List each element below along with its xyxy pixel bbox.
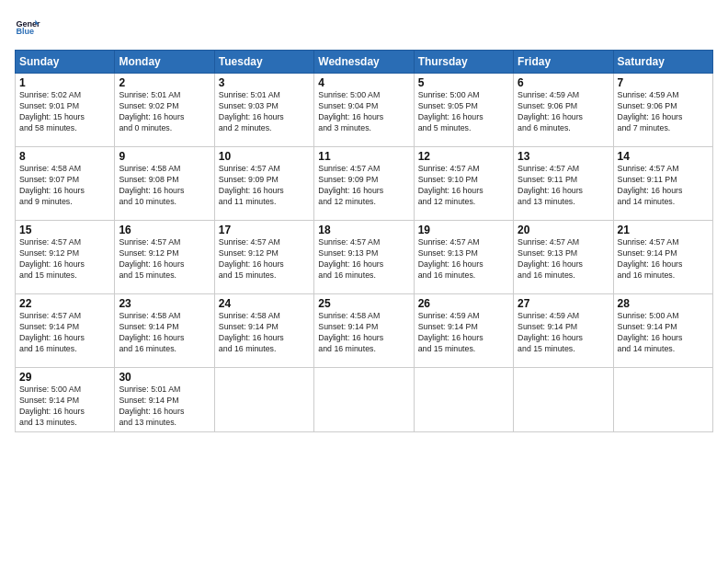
cell-day-number: 6 [518, 76, 609, 89]
cell-day-info: Sunrise: 5:00 AM Sunset: 9:14 PM Dayligh… [19, 385, 110, 429]
calendar-cell: 21Sunrise: 4:57 AM Sunset: 9:14 PM Dayli… [613, 221, 712, 294]
cell-day-info: Sunrise: 5:00 AM Sunset: 9:05 PM Dayligh… [418, 90, 509, 134]
calendar-cell: 7Sunrise: 4:59 AM Sunset: 9:06 PM Daylig… [613, 74, 712, 147]
cell-day-number: 18 [318, 224, 409, 236]
cell-day-number: 5 [418, 76, 509, 89]
cell-day-info: Sunrise: 4:58 AM Sunset: 9:07 PM Dayligh… [19, 164, 110, 208]
calendar-cell: 18Sunrise: 4:57 AM Sunset: 9:13 PM Dayli… [314, 221, 414, 294]
cell-day-number: 29 [19, 371, 110, 384]
cell-day-info: Sunrise: 5:01 AM Sunset: 9:02 PM Dayligh… [119, 90, 210, 134]
calendar-cell: 10Sunrise: 4:57 AM Sunset: 9:09 PM Dayli… [214, 147, 313, 221]
cell-day-number: 7 [618, 76, 709, 89]
cell-day-number: 17 [219, 224, 310, 236]
cell-day-number: 9 [119, 150, 210, 163]
calendar-cell: 5Sunrise: 5:00 AM Sunset: 9:05 PM Daylig… [414, 74, 513, 147]
cell-day-number: 4 [318, 76, 409, 89]
cell-day-info: Sunrise: 4:59 AM Sunset: 9:06 PM Dayligh… [518, 90, 609, 134]
calendar-cell [314, 368, 414, 432]
calendar-cell: 24Sunrise: 4:58 AM Sunset: 9:14 PM Dayli… [214, 294, 313, 368]
cell-day-number: 16 [119, 224, 210, 236]
calendar-cell: 8Sunrise: 4:58 AM Sunset: 9:07 PM Daylig… [16, 147, 115, 221]
weekday-header: Thursday [414, 51, 513, 74]
cell-day-info: Sunrise: 4:57 AM Sunset: 9:12 PM Dayligh… [19, 237, 110, 282]
cell-day-number: 12 [418, 150, 509, 163]
calendar-cell: 27Sunrise: 4:59 AM Sunset: 9:14 PM Dayli… [514, 294, 613, 368]
cell-day-info: Sunrise: 4:59 AM Sunset: 9:14 PM Dayligh… [518, 311, 609, 355]
cell-day-info: Sunrise: 4:57 AM Sunset: 9:11 PM Dayligh… [518, 164, 609, 208]
calendar-cell: 16Sunrise: 4:57 AM Sunset: 9:12 PM Dayli… [115, 221, 214, 294]
cell-day-number: 28 [618, 297, 709, 310]
cell-day-info: Sunrise: 4:57 AM Sunset: 9:13 PM Dayligh… [518, 237, 609, 282]
cell-day-info: Sunrise: 5:00 AM Sunset: 9:04 PM Dayligh… [318, 90, 409, 134]
calendar-cell: 3Sunrise: 5:01 AM Sunset: 9:03 PM Daylig… [214, 74, 313, 147]
calendar-cell: 26Sunrise: 4:59 AM Sunset: 9:14 PM Dayli… [414, 294, 513, 368]
cell-day-info: Sunrise: 4:58 AM Sunset: 9:14 PM Dayligh… [119, 311, 210, 355]
cell-day-info: Sunrise: 4:57 AM Sunset: 9:09 PM Dayligh… [219, 164, 310, 208]
weekday-header: Tuesday [214, 51, 313, 74]
cell-day-number: 21 [618, 224, 709, 236]
weekday-header: Wednesday [314, 51, 414, 74]
cell-day-info: Sunrise: 4:59 AM Sunset: 9:14 PM Dayligh… [418, 311, 509, 355]
calendar-cell [613, 368, 712, 432]
weekday-header: Monday [115, 51, 214, 74]
cell-day-number: 3 [219, 76, 310, 89]
calendar-cell: 2Sunrise: 5:01 AM Sunset: 9:02 PM Daylig… [115, 74, 214, 147]
calendar-cell: 28Sunrise: 5:00 AM Sunset: 9:14 PM Dayli… [613, 294, 712, 368]
cell-day-info: Sunrise: 4:57 AM Sunset: 9:11 PM Dayligh… [618, 164, 709, 208]
cell-day-number: 1 [19, 76, 110, 89]
cell-day-info: Sunrise: 4:57 AM Sunset: 9:12 PM Dayligh… [219, 237, 310, 282]
cell-day-info: Sunrise: 5:01 AM Sunset: 9:03 PM Dayligh… [219, 90, 310, 134]
cell-day-number: 27 [518, 297, 609, 310]
calendar-cell [514, 368, 613, 432]
calendar-cell: 9Sunrise: 4:58 AM Sunset: 9:08 PM Daylig… [115, 147, 214, 221]
cell-day-info: Sunrise: 4:57 AM Sunset: 9:14 PM Dayligh… [19, 311, 110, 355]
cell-day-info: Sunrise: 4:57 AM Sunset: 9:10 PM Dayligh… [418, 164, 509, 208]
cell-day-info: Sunrise: 5:01 AM Sunset: 9:14 PM Dayligh… [119, 385, 210, 429]
cell-day-number: 10 [219, 150, 310, 163]
weekday-header: Friday [514, 51, 613, 74]
cell-day-number: 20 [518, 224, 609, 236]
calendar: SundayMondayTuesdayWednesdayThursdayFrid… [15, 50, 713, 432]
calendar-cell: 20Sunrise: 4:57 AM Sunset: 9:13 PM Dayli… [514, 221, 613, 294]
calendar-cell: 6Sunrise: 4:59 AM Sunset: 9:06 PM Daylig… [514, 74, 613, 147]
cell-day-number: 30 [119, 371, 210, 384]
cell-day-number: 19 [418, 224, 509, 236]
calendar-cell: 17Sunrise: 4:57 AM Sunset: 9:12 PM Dayli… [214, 221, 313, 294]
cell-day-number: 2 [119, 76, 210, 89]
svg-text:Blue: Blue [16, 27, 34, 36]
weekday-header: Saturday [613, 51, 712, 74]
calendar-cell: 14Sunrise: 4:57 AM Sunset: 9:11 PM Dayli… [613, 147, 712, 221]
calendar-cell: 1Sunrise: 5:02 AM Sunset: 9:01 PM Daylig… [16, 74, 115, 147]
cell-day-number: 25 [318, 297, 409, 310]
calendar-cell: 22Sunrise: 4:57 AM Sunset: 9:14 PM Dayli… [16, 294, 115, 368]
cell-day-number: 8 [19, 150, 110, 163]
cell-day-info: Sunrise: 4:57 AM Sunset: 9:09 PM Dayligh… [318, 164, 409, 208]
cell-day-number: 15 [19, 224, 110, 236]
cell-day-number: 13 [518, 150, 609, 163]
cell-day-info: Sunrise: 4:57 AM Sunset: 9:13 PM Dayligh… [418, 237, 509, 282]
calendar-cell: 25Sunrise: 4:58 AM Sunset: 9:14 PM Dayli… [314, 294, 414, 368]
calendar-cell: 19Sunrise: 4:57 AM Sunset: 9:13 PM Dayli… [414, 221, 513, 294]
calendar-cell: 30Sunrise: 5:01 AM Sunset: 9:14 PM Dayli… [115, 368, 214, 432]
calendar-cell [414, 368, 513, 432]
calendar-cell: 4Sunrise: 5:00 AM Sunset: 9:04 PM Daylig… [314, 74, 414, 147]
calendar-cell: 11Sunrise: 4:57 AM Sunset: 9:09 PM Dayli… [314, 147, 414, 221]
calendar-cell [214, 368, 313, 432]
logo: General Blue [15, 15, 40, 40]
cell-day-info: Sunrise: 4:57 AM Sunset: 9:14 PM Dayligh… [618, 237, 709, 282]
calendar-cell: 13Sunrise: 4:57 AM Sunset: 9:11 PM Dayli… [514, 147, 613, 221]
cell-day-number: 23 [119, 297, 210, 310]
calendar-cell: 15Sunrise: 4:57 AM Sunset: 9:12 PM Dayli… [16, 221, 115, 294]
cell-day-number: 11 [318, 150, 409, 163]
cell-day-info: Sunrise: 4:58 AM Sunset: 9:14 PM Dayligh… [219, 311, 310, 355]
cell-day-info: Sunrise: 4:58 AM Sunset: 9:14 PM Dayligh… [318, 311, 409, 355]
cell-day-info: Sunrise: 4:57 AM Sunset: 9:12 PM Dayligh… [119, 237, 210, 282]
weekday-header: Sunday [16, 51, 115, 74]
calendar-cell: 12Sunrise: 4:57 AM Sunset: 9:10 PM Dayli… [414, 147, 513, 221]
cell-day-info: Sunrise: 4:58 AM Sunset: 9:08 PM Dayligh… [119, 164, 210, 208]
cell-day-number: 24 [219, 297, 310, 310]
header: General Blue [15, 15, 713, 40]
calendar-cell: 23Sunrise: 4:58 AM Sunset: 9:14 PM Dayli… [115, 294, 214, 368]
cell-day-info: Sunrise: 4:59 AM Sunset: 9:06 PM Dayligh… [618, 90, 709, 134]
cell-day-number: 22 [19, 297, 110, 310]
